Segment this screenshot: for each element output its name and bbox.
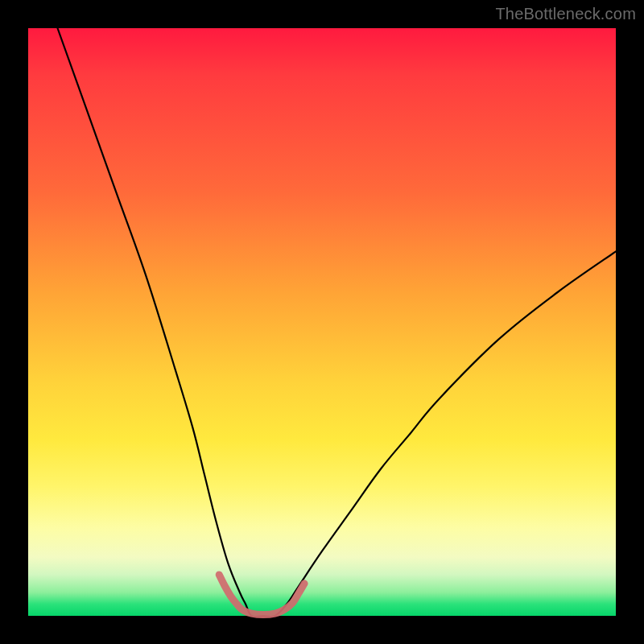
chart-stage: TheBottleneck.com [0, 0, 644, 644]
bottom-marker-band [219, 575, 304, 615]
curve-layer [28, 28, 616, 616]
plot-area [28, 28, 616, 616]
watermark-text: TheBottleneck.com [495, 5, 636, 23]
bottleneck-curve [58, 28, 617, 617]
